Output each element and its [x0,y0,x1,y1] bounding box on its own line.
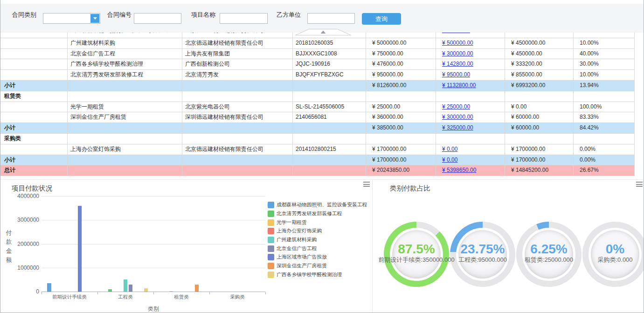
category-cell [0,49,68,59]
contract-payment-page: 合同类别 合同编号 项目名称 乙方单位 查询 成都森林动物园照明、监控设备安装工… [0,0,644,313]
legend-item[interactable]: 广州建筑材料采购 [268,236,367,245]
legend-color-swatch [268,272,274,278]
legend-color-swatch [268,202,274,208]
company-cell: 广西创新检测公司 [182,59,293,69]
legend-item[interactable]: 成都森林动物园照明、监控设备安装工程 [268,201,367,210]
paid-amount-link[interactable]: ¥ 5398650.00 [442,167,476,173]
bar-0-cat-0 [47,283,51,292]
legend-item[interactable]: 上海区域市场广告投放 [268,253,367,262]
category-cell: 总计 [0,165,68,176]
legend-item[interactable]: 广西各乡镇学校甲醛检测治理 [268,271,367,279]
project-cell: 北京金信广告工程 [68,49,182,59]
paid-amount-link[interactable]: ¥ 325000.00 [442,124,473,131]
percent-cell: 83.33% [574,112,635,122]
company-cell [182,155,293,165]
category-cell: 小计 [0,155,68,165]
project-name-input[interactable] [220,13,268,24]
remaining-cell [505,33,574,38]
percent-cell: 13.94% [574,81,635,91]
x-axis-name: 类别 [42,305,265,313]
category-cell: 租赁类 [0,91,68,102]
percent-cell: 100.00% [574,102,635,112]
legend-color-swatch [268,211,274,217]
bar-chart-title: 项目付款状况 [12,184,52,193]
category-cell [0,38,68,48]
project-cell: 光学一期租赁 [68,102,182,112]
contract-no-input[interactable] [134,13,181,24]
y-tick-label: 2000000 [4,241,39,247]
party-b-input[interactable] [307,13,355,24]
bar-chart-menu-icon[interactable] [363,182,370,187]
legend-color-swatch [268,245,274,252]
project-cell [68,81,182,91]
project-cell: 广西各乡镇学校甲醛检测治理 [68,59,182,69]
paid-amount-link[interactable]: ¥ 500000.00 [442,40,473,46]
y-tick-label: 0 [4,288,39,295]
legend-item[interactable]: 北京金信广告工程 [268,244,367,253]
contract-no-cell [293,91,366,102]
gauge-percent: 6.25% [516,242,582,257]
amount-cell: ¥ 1700000.00 [366,155,436,165]
table-row-total: 总计¥ 20243850.00¥ 5398650.00¥ 14845200.00… [0,165,635,176]
paid-amount-link[interactable]: ¥ 95000.00 [442,71,470,78]
legend-item[interactable]: 上海办公室灯饰采购 [268,227,367,236]
scroll-up-trapezoid [295,29,351,35]
company-cell: 北京清芳秀发 [182,70,293,80]
legend-label: 深圳金信生产厂房租赁 [277,263,327,269]
company-cell: 上海共友有限集团 [182,49,293,59]
percent-cell [574,91,635,102]
paid-amount-link[interactable]: ¥ 0.00 [442,146,457,152]
table-row-sub: 小计¥ 1700000.00¥ 0.00¥ 1700000.000.00% [0,155,635,166]
x-category-label: 租赁类 [153,294,209,300]
gauge-panel-menu-icon[interactable] [636,182,643,187]
percent-cell: 30.00% [574,59,635,69]
category-select[interactable] [43,13,100,24]
legend-item[interactable]: 光学一期租赁 [268,218,367,227]
remaining-cell: ¥ 14845200.00 [505,165,574,176]
paid-amount-link[interactable]: ¥ 142800.00 [442,61,473,67]
contract-no-cell: 2014102800215 [293,144,366,155]
paid-amount-link[interactable]: ¥ 300000.00 [442,50,473,57]
x-category-label: 前期设计手续类 [42,294,97,300]
scroll-up-button[interactable] [295,29,351,35]
paid-cell: ¥ 142800.00 [436,59,505,69]
paid-cell: ¥ 300000.00 [436,112,505,122]
y-tick-label: 1000000 [4,265,39,271]
paid-amount-link[interactable]: ¥ 95000.00 [442,33,470,34]
gauge-label: 采购类:0.000 [561,256,644,264]
project-cell [68,123,182,133]
paid-amount-link[interactable]: ¥ 300000.00 [442,114,473,120]
legend-label: 成都森林动物园照明、监控设备安装工程 [277,202,367,208]
party-b-label: 乙方单位 [277,10,301,20]
select-dropdown-icon[interactable] [90,14,99,23]
project-cell [68,91,182,102]
category-cell: 小计 [0,123,68,133]
remaining-cell: ¥ 60000.00 [505,112,574,122]
legend-label: 广西各乡镇学校甲醛检测治理 [277,272,342,278]
search-button[interactable]: 查询 [362,13,401,25]
company-cell [182,134,293,144]
paid-amount-link[interactable]: ¥ 0.00 [442,156,457,163]
legend-item[interactable]: 北京清芳秀发研发部装修工程 [268,210,367,218]
amount-cell: ¥ 1700000.00 [366,144,436,155]
table-row-sub: 小计¥ 8126000.00¥ 1132800.00¥ 6993200.0013… [0,81,635,91]
percent-cell: 84.42% [574,123,635,133]
category-cell: 小计 [0,81,68,91]
amount-cell [366,33,436,38]
company-cell: 北京德远建材经销有限责任公司 [182,33,293,38]
table-row: 广州建筑材料采购北京德远建材经销有限责任公司201810260035¥ 5000… [0,38,635,49]
project-cell: 成都森林动物园照明、监控设备安装工程 [68,33,182,38]
company-cell: 北京德远建材经销有限责任公司 [182,38,293,48]
table-row: 北京清芳秀发研发部装修工程北京清芳秀发BJQFXFYFBZXGC¥ 950000… [0,70,635,81]
paid-amount-link[interactable]: ¥ 25000.00 [442,103,470,110]
legend-color-swatch [268,228,274,234]
x-category-label: 工程类 [97,294,153,300]
company-cell: 北京德远建材经销有限责任公司 [182,144,293,155]
paid-cell: ¥ 300000.00 [436,49,505,59]
legend-item[interactable]: 深圳金信生产厂房租赁 [268,262,367,271]
paid-amount-link[interactable]: ¥ 1132800.00 [442,82,476,88]
contract-table: 成都森林动物园照明、监控设备安装工程北京德远建材经销有限责任公司¥ 95000.… [0,33,635,177]
bar-8-cat-1 [144,288,148,292]
percent-cell: 0.00% [574,155,635,165]
amount-cell: ¥ 5000000.00 [366,38,436,48]
